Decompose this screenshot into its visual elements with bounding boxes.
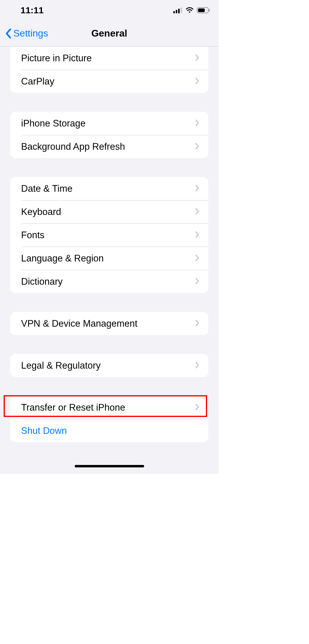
settings-row-keyboard[interactable]: Keyboard <box>10 200 208 223</box>
row-label: Date & Time <box>21 183 73 194</box>
chevron-right-icon <box>195 402 199 413</box>
row-label: VPN & Device Management <box>21 318 137 329</box>
row-label: Keyboard <box>21 207 61 217</box>
settings-group: Picture in PictureCarPlay <box>10 46 208 93</box>
chevron-right-icon <box>195 207 199 217</box>
below-margin <box>0 474 309 644</box>
settings-group: Legal & Regulatory <box>10 354 208 377</box>
chevron-right-icon <box>195 183 199 194</box>
svg-rect-1 <box>176 10 177 13</box>
chevron-left-icon <box>5 28 11 39</box>
settings-group: VPN & Device Management <box>10 312 208 335</box>
row-label: iPhone Storage <box>21 118 86 129</box>
row-label: Transfer or Reset iPhone <box>21 402 125 413</box>
settings-row-pip[interactable]: Picture in Picture <box>10 46 208 70</box>
settings-row-lang[interactable]: Language & Region <box>10 247 208 270</box>
back-button[interactable]: Settings <box>5 21 48 46</box>
cellular-icon <box>173 5 182 15</box>
svg-rect-0 <box>173 11 175 13</box>
svg-rect-5 <box>198 8 205 12</box>
settings-row-fonts[interactable]: Fonts <box>10 223 208 247</box>
chevron-right-icon <box>195 360 199 371</box>
chevron-right-icon <box>195 118 199 129</box>
settings-group: Transfer or Reset iPhoneShut Down <box>10 396 208 442</box>
device-screen: 11:11 <box>0 0 219 474</box>
chevron-right-icon <box>195 276 199 287</box>
row-label: Shut Down <box>21 425 67 436</box>
row-label: Fonts <box>21 230 45 241</box>
chevron-right-icon <box>195 253 199 264</box>
home-indicator[interactable] <box>75 465 144 467</box>
settings-group: Date & TimeKeyboardFontsLanguage & Regio… <box>10 177 208 293</box>
settings-row-reset[interactable]: Transfer or Reset iPhone <box>10 396 208 419</box>
row-label: Legal & Regulatory <box>21 360 101 371</box>
settings-row-vpn[interactable]: VPN & Device Management <box>10 312 208 335</box>
status-indicators <box>173 5 210 15</box>
chevron-right-icon <box>195 76 199 87</box>
settings-row-legal[interactable]: Legal & Regulatory <box>10 354 208 377</box>
settings-row-bgrefresh[interactable]: Background App Refresh <box>10 135 208 158</box>
row-label: Picture in Picture <box>21 53 92 64</box>
row-label: Background App Refresh <box>21 141 125 152</box>
back-label: Settings <box>13 28 48 39</box>
chevron-right-icon <box>195 53 199 64</box>
settings-list: Picture in PictureCarPlayiPhone StorageB… <box>0 46 219 442</box>
settings-row-datetime[interactable]: Date & Time <box>10 177 208 200</box>
row-label: CarPlay <box>21 76 54 87</box>
svg-rect-6 <box>209 9 210 11</box>
svg-rect-2 <box>178 9 180 13</box>
row-label: Dictionary <box>21 276 63 287</box>
settings-row-storage[interactable]: iPhone Storage <box>10 112 208 135</box>
settings-row-carplay[interactable]: CarPlay <box>10 70 208 93</box>
battery-icon <box>197 5 210 15</box>
navigation-bar: Settings General <box>0 21 219 46</box>
settings-row-dictionary[interactable]: Dictionary <box>10 270 208 293</box>
settings-row-shutdown[interactable]: Shut Down <box>10 419 208 442</box>
status-bar: 11:11 <box>0 0 219 21</box>
chevron-right-icon <box>195 141 199 152</box>
wifi-icon <box>185 5 194 15</box>
row-label: Language & Region <box>21 253 104 264</box>
status-time: 11:11 <box>20 5 44 15</box>
chevron-right-icon <box>195 318 199 329</box>
svg-rect-3 <box>181 8 182 13</box>
page-title: General <box>91 28 127 39</box>
settings-group: iPhone StorageBackground App Refresh <box>10 112 208 158</box>
chevron-right-icon <box>195 230 199 241</box>
